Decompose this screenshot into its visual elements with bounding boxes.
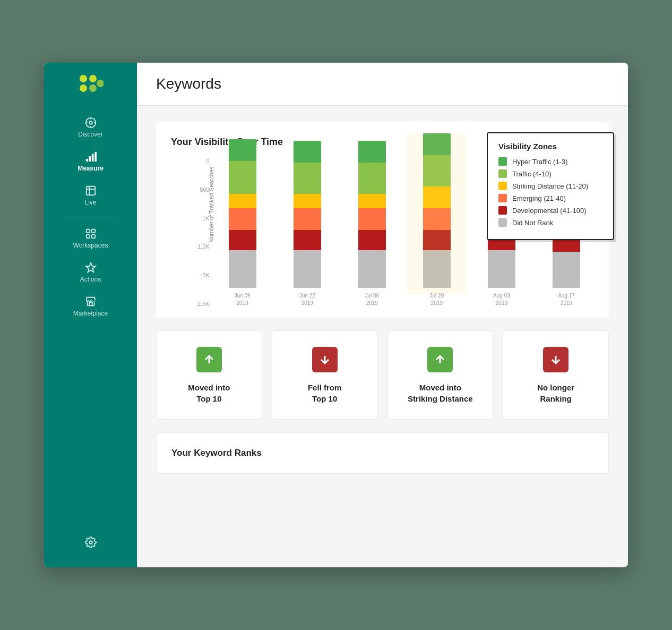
- card-label-1: Fell from Top 10: [308, 382, 341, 404]
- bar-segment-developmental: [294, 230, 321, 250]
- svg-rect-20: [89, 303, 92, 306]
- bar-segment-dnr: [294, 250, 321, 288]
- svg-point-4: [97, 80, 104, 87]
- arrow-down-icon: [318, 353, 331, 366]
- bar-segment-developmental: [229, 230, 256, 250]
- vz-label: Emerging (21-40): [512, 194, 566, 202]
- bar-segment-dnr: [553, 252, 580, 288]
- vz-label: Hyper Traffic (1-3): [512, 158, 568, 166]
- svg-rect-17: [86, 235, 89, 238]
- vz-swatch: [498, 169, 507, 178]
- card-label-0: Moved into Top 10: [188, 382, 230, 404]
- arrow-down-icon: [549, 353, 562, 366]
- sidebar-divider: [63, 217, 118, 217]
- card-3[interactable]: No longer Ranking: [503, 330, 609, 420]
- sidebar-item-actions[interactable]: Actions: [44, 256, 137, 290]
- svg-point-2: [80, 84, 87, 92]
- vz-item: Developmental (41-100): [498, 206, 602, 215]
- vz-label: Traffic (4-10): [512, 170, 552, 178]
- cards-row: Moved into Top 10Fell from Top 10Moved i…: [156, 330, 609, 420]
- bar-label: Jul 06 2019: [365, 292, 379, 307]
- bar-segment-striking: [423, 186, 451, 208]
- vz-label: Did Not Rank: [512, 219, 553, 227]
- vz-item: Did Not Rank: [498, 218, 602, 227]
- bar-label: Jun 09 2019: [235, 292, 251, 307]
- y-label-0: 2.5K: [197, 301, 210, 307]
- bar-segment-traffic: [294, 163, 321, 194]
- arrow-up-icon: [434, 353, 446, 366]
- card-1[interactable]: Fell from Top 10: [272, 330, 378, 420]
- sidebar-label-live: Live: [84, 199, 96, 206]
- sidebar-item-discover[interactable]: Discover: [44, 110, 137, 144]
- bar-segment-dnr: [358, 250, 386, 288]
- svg-rect-15: [86, 229, 89, 233]
- vz-item: Hyper Traffic (1-3): [498, 157, 602, 166]
- bar-segment-dnr: [229, 250, 256, 288]
- vz-swatch: [498, 206, 507, 215]
- svg-rect-13: [91, 154, 93, 162]
- svg-point-21: [89, 541, 92, 544]
- card-icon-0: [196, 347, 222, 372]
- vz-swatch: [498, 194, 507, 202]
- svg-point-0: [80, 75, 87, 82]
- visibility-zones-legend: Visibility Zones Hyper Traffic (1-3)Traf…: [487, 132, 614, 240]
- app-logo: [78, 73, 104, 95]
- svg-rect-14: [94, 152, 97, 161]
- svg-rect-11: [85, 159, 88, 162]
- svg-rect-18: [91, 235, 94, 238]
- page-header: Keywords: [137, 63, 628, 106]
- sidebar-item-measure[interactable]: Measure: [44, 144, 137, 178]
- sidebar-label-workspaces: Workspaces: [73, 242, 108, 249]
- vz-item: Striking Distance (11-20): [498, 182, 602, 190]
- sidebar-label-measure: Measure: [77, 165, 104, 172]
- bar-segment-emerging: [423, 208, 451, 230]
- card-0[interactable]: Moved into Top 10: [156, 330, 262, 420]
- sidebar-label-discover: Discover: [78, 131, 103, 138]
- card-2[interactable]: Moved into Striking Distance: [387, 330, 494, 420]
- arrow-up-icon: [203, 353, 216, 366]
- vz-label: Striking Distance (11-20): [512, 182, 588, 190]
- bar-group: Jun 22 2019: [280, 141, 335, 307]
- y-label-5: 0: [206, 158, 210, 164]
- sidebar-item-workspaces[interactable]: Workspaces: [44, 222, 137, 256]
- bar-segment-striking: [294, 194, 321, 208]
- bar-group: Jul 06 2019: [344, 141, 400, 307]
- svg-point-1: [89, 75, 97, 82]
- bar-segment-dnr: [423, 250, 451, 288]
- bar-label: Jun 22 2019: [299, 292, 315, 307]
- bar-segment-traffic: [358, 163, 386, 194]
- card-icon-2: [427, 347, 453, 372]
- svg-point-3: [89, 84, 97, 92]
- bar-segment-emerging: [358, 208, 386, 230]
- sidebar-label-marketplace: Marketplace: [73, 310, 108, 317]
- bar-segment-striking: [229, 194, 256, 208]
- svg-marker-19: [85, 263, 95, 272]
- sidebar-item-marketplace[interactable]: Marketplace: [44, 290, 137, 323]
- sidebar-item-settings[interactable]: [44, 530, 137, 557]
- bar-segment-hyper: [423, 133, 451, 155]
- bar-segment-striking: [358, 194, 386, 208]
- bar-segment-hyper: [229, 139, 256, 161]
- bar-group: Jun 09 2019: [215, 139, 270, 307]
- y-axis-title: Number of Tracked Searches: [208, 166, 214, 242]
- card-icon-1: [312, 347, 338, 372]
- vz-swatch: [498, 182, 507, 190]
- card-label-3: No longer Ranking: [537, 382, 574, 404]
- bar-segment-traffic: [229, 161, 256, 194]
- keyword-ranks-title: Your Keyword Ranks: [171, 448, 593, 458]
- y-label-1: 2K: [202, 273, 209, 278]
- vz-item: Emerging (21-40): [498, 194, 602, 202]
- main-content: Keywords Your Visibility Over Time Numbe…: [137, 63, 628, 567]
- app-window: Discover Measure Live: [44, 63, 628, 567]
- bar-label: Aug 17 2019: [558, 292, 575, 307]
- svg-point-6: [89, 121, 92, 124]
- vz-item: Traffic (4-10): [498, 169, 602, 178]
- sidebar-item-live[interactable]: Live: [44, 178, 137, 212]
- chart-section: Your Visibility Over Time Number of Trac…: [156, 122, 609, 318]
- keyword-ranks-section: Your Keyword Ranks: [156, 432, 609, 474]
- bar-segment-emerging: [229, 208, 256, 230]
- bar-label: Jul 20 2019: [430, 292, 444, 307]
- bar-segment-developmental: [423, 230, 451, 250]
- vz-swatch: [498, 218, 507, 227]
- bar-segment-emerging: [294, 208, 321, 230]
